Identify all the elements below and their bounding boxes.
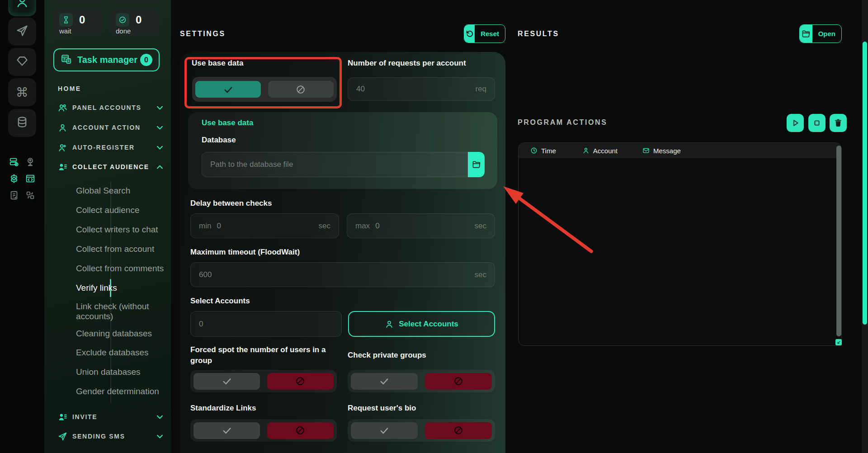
sec-unit: sec bbox=[475, 222, 486, 231]
forced-label: Forced spot the number of users in a gro… bbox=[190, 344, 328, 366]
database-path-input[interactable] bbox=[210, 160, 459, 169]
sidebar-item-gender-determination[interactable]: Gender determination bbox=[76, 387, 165, 396]
profile-button[interactable] bbox=[8, 0, 36, 16]
sidebar-item-invite[interactable]: INVITE bbox=[44, 410, 171, 424]
select-accounts-button-label: Select Accounts bbox=[399, 320, 458, 329]
sidebar-item-collect-from-account[interactable]: Collect from account bbox=[76, 244, 165, 254]
sidebar-item-exclude-databases[interactable]: Exclude databases bbox=[76, 348, 165, 358]
bio-toggle bbox=[348, 419, 495, 442]
check-icon bbox=[222, 425, 232, 435]
person-list-icon bbox=[58, 412, 67, 422]
sidebar-item-verify-links[interactable]: Verify links bbox=[76, 283, 165, 293]
folder-icon bbox=[800, 25, 812, 42]
delay-max-input[interactable] bbox=[375, 222, 469, 231]
column-header-account[interactable]: Account bbox=[582, 147, 618, 155]
table-resize-handle[interactable] bbox=[835, 339, 842, 345]
gear-icon[interactable] bbox=[9, 173, 19, 184]
open-label: Open bbox=[812, 25, 841, 42]
settings-title: SETTINGS bbox=[180, 30, 226, 38]
chevron-down-icon bbox=[157, 126, 163, 130]
toggle-yes-button[interactable] bbox=[351, 422, 418, 439]
person-plus-icon bbox=[58, 143, 67, 152]
toggle-no-button[interactable] bbox=[267, 373, 334, 390]
block-icon bbox=[453, 376, 463, 386]
toggle-yes-button[interactable] bbox=[193, 422, 260, 439]
stop-button[interactable] bbox=[808, 114, 826, 132]
database-button[interactable] bbox=[8, 109, 36, 137]
toggle-no-button[interactable] bbox=[267, 422, 334, 439]
diamond-button[interactable] bbox=[8, 48, 36, 76]
toggle-no-button[interactable] bbox=[425, 422, 492, 439]
annotation-arrow bbox=[495, 179, 599, 260]
toggle-yes-button[interactable] bbox=[193, 373, 260, 390]
sidebar-item-link-check[interactable]: Link check (without accounts) bbox=[76, 302, 165, 321]
trash-icon bbox=[834, 118, 843, 127]
app-window: ⌘ bbox=[0, 0, 868, 453]
max-prefix: max bbox=[355, 222, 370, 231]
reset-button[interactable]: Reset bbox=[464, 24, 505, 43]
database-label: Database bbox=[202, 136, 236, 145]
server-check-icon[interactable] bbox=[9, 156, 19, 167]
table-scrollbar-thumb[interactable] bbox=[836, 146, 841, 336]
sidebar-item-label: PANEL ACCOUNTS bbox=[72, 104, 142, 111]
sidebar-item-global-search[interactable]: Global Search bbox=[76, 186, 165, 196]
delete-button[interactable] bbox=[830, 114, 847, 132]
column-header-time[interactable]: Time bbox=[530, 147, 556, 155]
send-button[interactable] bbox=[8, 18, 36, 46]
requests-input[interactable] bbox=[356, 85, 470, 94]
annotation-highlight-box bbox=[184, 57, 342, 109]
done-count: 0 bbox=[136, 14, 142, 26]
command-button[interactable]: ⌘ bbox=[8, 78, 36, 106]
icon-rail: ⌘ bbox=[0, 0, 44, 453]
delay-min-input[interactable] bbox=[217, 222, 313, 231]
person-icon bbox=[385, 320, 394, 329]
swap-icon[interactable] bbox=[25, 190, 36, 201]
task-manager-button[interactable]: Task manager 0 bbox=[53, 48, 160, 71]
toggle-no-button[interactable] bbox=[425, 373, 492, 390]
sidebar-item-union-databases[interactable]: Union databases bbox=[76, 367, 165, 377]
column-header-message[interactable]: Message bbox=[642, 147, 681, 155]
select-accounts-button[interactable]: Select Accounts bbox=[348, 311, 495, 337]
sidebar-item-sending-sms[interactable]: SENDING SMS bbox=[44, 429, 171, 443]
send-icon bbox=[16, 24, 28, 39]
results-title: RESULTS bbox=[518, 30, 559, 38]
sidebar-item-collect-writers[interactable]: Collect writers to chat bbox=[76, 225, 165, 235]
sidebar-item-cleaning-databases[interactable]: Cleaning databases bbox=[76, 329, 165, 339]
delay-max-wrap: max sec bbox=[347, 213, 495, 238]
sidebar-item-collect-audience-sub[interactable]: Collect audience bbox=[76, 205, 165, 215]
sidebar-item-auto-register[interactable]: AUTO-REGISTER bbox=[44, 141, 171, 154]
people-icon bbox=[58, 103, 67, 113]
browse-folder-button[interactable] bbox=[468, 152, 485, 177]
sidebar-item-account-action[interactable]: ACCOUNT ACTION bbox=[44, 121, 171, 134]
sidebar-item-panel-accounts[interactable]: PANEL ACCOUNTS bbox=[44, 101, 171, 114]
home-section-label[interactable]: HOME bbox=[58, 85, 81, 92]
done-label: done bbox=[116, 27, 154, 35]
task-manager-badge: 0 bbox=[140, 54, 152, 66]
cutoff-card bbox=[53, 0, 102, 3]
standardize-label: Standardize Links bbox=[190, 404, 256, 413]
document-check-icon[interactable] bbox=[9, 190, 19, 201]
check-circle-icon bbox=[116, 13, 129, 27]
private-groups-toggle bbox=[348, 370, 495, 392]
play-button[interactable] bbox=[787, 114, 804, 132]
page-scrollbar-thumb[interactable] bbox=[863, 42, 867, 325]
table-header-row: Time Account Message bbox=[519, 143, 841, 158]
forced-toggle bbox=[190, 370, 337, 392]
sidebar-item-label: AUTO-REGISTER bbox=[72, 144, 135, 151]
chevron-down-icon bbox=[157, 434, 163, 439]
timeout-input[interactable] bbox=[199, 270, 469, 279]
sidebar-item-label: ACCOUNT ACTION bbox=[72, 124, 141, 131]
code-window-icon[interactable] bbox=[25, 173, 36, 184]
person-icon bbox=[582, 147, 590, 154]
wait-count: 0 bbox=[79, 14, 85, 26]
chevron-up-icon bbox=[157, 165, 163, 169]
webcam-person-icon[interactable] bbox=[25, 156, 36, 167]
folder-icon bbox=[472, 160, 481, 169]
select-accounts-label: Select Accounts bbox=[190, 297, 250, 306]
sidebar-item-collect-audience[interactable]: COLLECT AUDIENCE bbox=[44, 160, 171, 174]
sidebar-item-collect-from-comments[interactable]: Collect from comments bbox=[76, 264, 165, 274]
toggle-yes-button[interactable] bbox=[351, 373, 418, 390]
open-button[interactable]: Open bbox=[799, 24, 842, 43]
min-prefix: min bbox=[199, 222, 211, 231]
accounts-count-input[interactable] bbox=[199, 320, 333, 329]
